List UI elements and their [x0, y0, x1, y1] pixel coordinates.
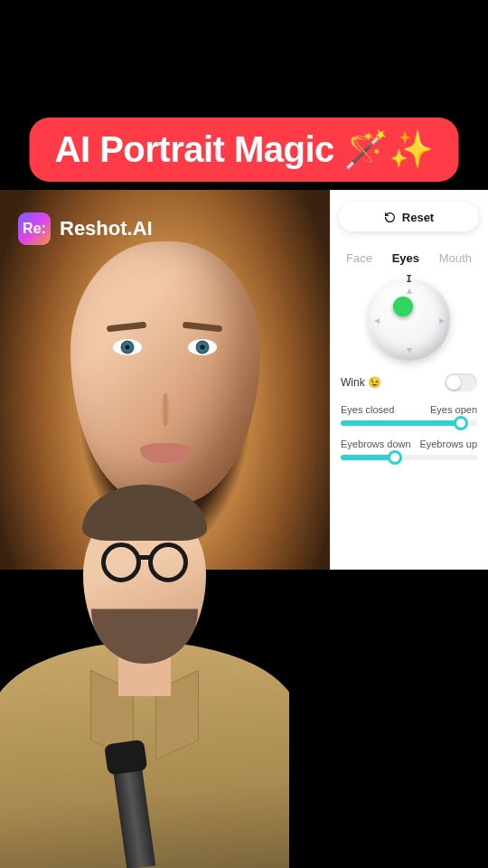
wink-row: Wink 😉	[339, 370, 479, 395]
eyes-slider-block: Eyes closed Eyes open	[339, 404, 479, 429]
portrait-eye	[113, 339, 142, 355]
dial-knob[interactable]	[393, 297, 413, 316]
lens	[101, 542, 141, 582]
eyes-open-label: Eyes open	[430, 404, 477, 415]
tab-eyes[interactable]: Eyes	[389, 250, 423, 267]
eyebrows-slider-block: Eyebrows down Eyebrows up	[339, 439, 479, 464]
controls-panel: Reset Face Eyes Mouth I ▴ ▾ ◂ ▸ Wink 😉	[330, 190, 488, 570]
video-frame: AI Portrait Magic 🪄✨ Re: Reshot.AI Reset…	[0, 0, 488, 868]
slider-thumb[interactable]	[454, 416, 468, 430]
title-banner: AI Portrait Magic 🪄✨	[30, 118, 459, 182]
portrait-lips	[140, 443, 191, 463]
slider-thumb[interactable]	[388, 450, 402, 465]
chevron-up-icon: ▴	[407, 285, 412, 296]
gaze-dial-wrap: I ▴ ▾ ◂ ▸	[339, 276, 479, 361]
portrait-nose	[161, 393, 170, 426]
reset-label: Reset	[402, 211, 434, 224]
reset-button[interactable]: Reset	[339, 203, 479, 231]
wink-toggle[interactable]	[445, 373, 477, 392]
eyes-slider[interactable]	[341, 420, 477, 426]
eyebrows-up-label: Eyebrows up	[419, 439, 477, 449]
logo-badge: Re:	[18, 212, 51, 245]
lens	[148, 542, 188, 582]
eyes-closed-label: Eyes closed	[341, 404, 394, 415]
presenter-overlay	[0, 470, 289, 868]
glasses-icon	[101, 542, 188, 582]
tab-mouth[interactable]: Mouth	[436, 250, 475, 267]
chevron-left-icon: ◂	[374, 315, 380, 326]
tabs: Face Eyes Mouth	[339, 241, 479, 267]
tab-face[interactable]: Face	[343, 250, 376, 267]
reset-icon	[384, 212, 396, 223]
chevron-down-icon: ▾	[407, 344, 412, 355]
eyebrows-slider[interactable]	[341, 455, 477, 460]
slider-fill	[341, 420, 461, 426]
portrait-face	[70, 241, 260, 504]
gaze-dial[interactable]: I ▴ ▾ ◂ ▸	[369, 279, 450, 361]
brand-name: Reshot.AI	[60, 217, 153, 241]
wink-label: Wink 😉	[341, 376, 381, 389]
chevron-right-icon: ▸	[439, 315, 445, 326]
portrait-eye	[188, 339, 217, 355]
toggle-thumb	[446, 375, 461, 390]
slider-fill	[341, 455, 395, 460]
presenter-hair	[82, 485, 207, 541]
eyebrows-down-label: Eyebrows down	[341, 439, 411, 449]
brand-logo: Re: Reshot.AI	[18, 212, 153, 245]
bridge	[139, 555, 150, 560]
